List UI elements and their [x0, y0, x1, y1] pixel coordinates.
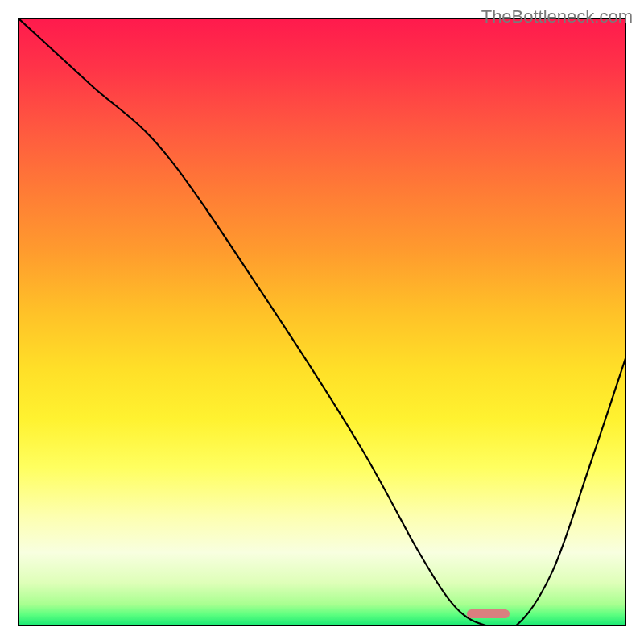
watermark-text: TheBottleneck.com: [481, 6, 633, 27]
bottleneck-curve: [19, 19, 625, 625]
optimal-range-marker: [467, 609, 510, 618]
plot-area: [18, 18, 626, 626]
